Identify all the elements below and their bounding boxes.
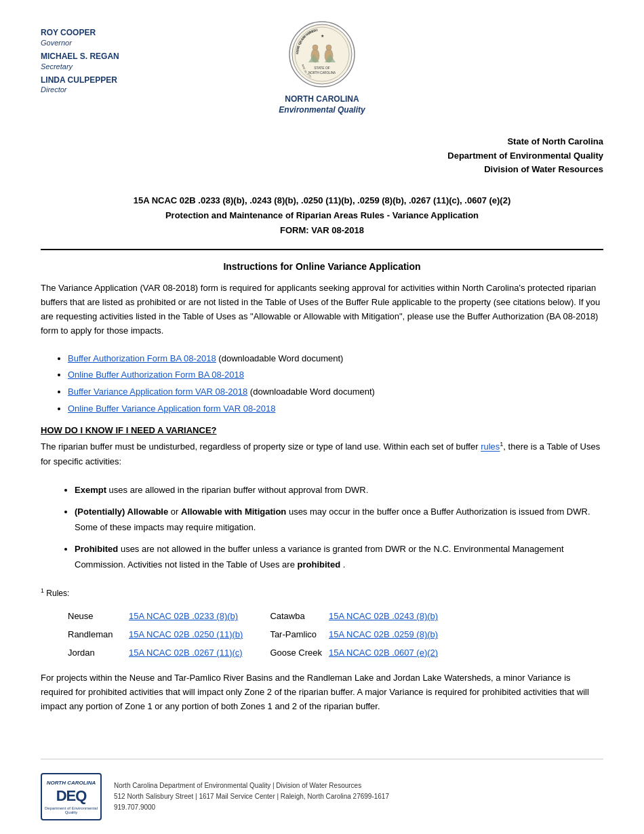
svg-point-8 — [313, 45, 318, 50]
list-item: Online Buffer Variance Application form … — [68, 401, 603, 418]
state-line3: Division of Water Resources — [41, 163, 603, 177]
rule-goosecreek: 15A NCAC 02B .0607 (e)(2) — [329, 644, 445, 662]
rules-link[interactable]: rules — [481, 442, 500, 452]
header-divider — [41, 249, 603, 250]
link-desc-1: (downloadable Word document) — [218, 353, 343, 363]
neuse-rule-link[interactable]: 15A NCAC 02B .0233 (8)(b) — [129, 611, 238, 621]
page-header: ROY COOPER Governor MICHAEL S. REGAN Sec… — [41, 20, 603, 115]
instructions-heading: Instructions for Online Variance Applica… — [41, 261, 603, 272]
rules-data-table: Neuse 15A NCAC 02B .0233 (8)(b) Catawba … — [68, 608, 445, 662]
list-item: Buffer Variance Application form VAR 08-… — [68, 384, 603, 401]
list-item: Buffer Authorization Form BA 08-2018 (do… — [68, 351, 603, 368]
basin-tarpamlico: Tar-Pamlico — [249, 626, 329, 644]
prohibited-label: Prohibited — [75, 544, 118, 554]
exempt-text: uses are allowed in the riparian buffer … — [109, 485, 369, 495]
deq-logo-text: DEQ — [42, 787, 100, 805]
rule-neuse: 15A NCAC 02B .0233 (8)(b) — [129, 608, 249, 626]
tarpamlico-rule-link[interactable]: 15A NCAC 02B .0259 (8)(b) — [329, 629, 438, 639]
exempt-bullet: Exempt uses are allowed in the riparian … — [75, 482, 603, 498]
online-buffer-variance-form-link[interactable]: Online Buffer Variance Application form … — [68, 403, 275, 414]
footnote-label: 1 Rules: — [41, 587, 603, 598]
table-row: Jordan 15A NCAC 02B .0267 (11)(c) Goose … — [68, 644, 445, 662]
list-item: Online Buffer Authorization Form BA 08-2… — [68, 367, 603, 384]
table-row: Randleman 15A NCAC 02B .0250 (11)(b) Tar… — [68, 626, 445, 644]
director-title: Director — [41, 85, 190, 94]
page-footer: NORTH CAROLINA DEQ Department of Environ… — [41, 759, 603, 820]
exempt-label: Exempt — [75, 485, 106, 495]
svg-text:STATE OF: STATE OF — [314, 66, 330, 70]
footer-phone: 919.707.9000 — [114, 802, 389, 813]
nc-dept-name: NORTH CAROLINA — [285, 94, 359, 105]
jordan-rule-link[interactable]: 15A NCAC 02B .0267 (11)(c) — [129, 648, 243, 658]
governor-name: ROY COOPER — [41, 27, 190, 39]
svg-point-9 — [326, 45, 331, 50]
secretary-title: Secretary — [41, 62, 190, 71]
intro-paragraph: The Variance Application (VAR 08-2018) f… — [41, 281, 603, 338]
variance-intro-paragraph: The riparian buffer must be undisturbed,… — [41, 439, 603, 469]
allowable-or: or — [171, 507, 181, 517]
nc-state-seal: ESSE QUAM VIDERI · ESSE QUAM VIDERI · MA… — [288, 20, 356, 88]
paragraph2: For projects within the Neuse and Tar-Pa… — [41, 671, 603, 713]
basin-goosecreek: Goose Creek — [249, 644, 329, 662]
table-row: Neuse 15A NCAC 02B .0233 (8)(b) Catawba … — [68, 608, 445, 626]
nc-dept-sub: Environmental Quality — [279, 105, 365, 115]
deq-logo: NORTH CAROLINA DEQ Department of Environ… — [41, 773, 102, 820]
links-list: Buffer Authorization Form BA 08-2018 (do… — [68, 351, 603, 418]
allowable-mitigation-label: Allowable with Mitigation — [181, 507, 286, 517]
uses-bullet-list: Exempt uses are allowed in the riparian … — [75, 482, 603, 578]
allowable-bullet: (Potentially) Allowable or Allowable wit… — [75, 504, 603, 536]
basin-jordan: Jordan — [68, 644, 129, 662]
rule-catawba: 15A NCAC 02B .0243 (8)(b) — [329, 608, 445, 626]
title-line1: 15A NCAC 02B .0233 (8)(b), .0243 (8)(b),… — [41, 193, 603, 208]
online-buffer-auth-form-link[interactable]: Online Buffer Authorization Form BA 08-2… — [68, 370, 244, 380]
governor-title: Governor — [41, 39, 190, 47]
prohibited-period: . — [343, 559, 346, 570]
rule-tarpamlico: 15A NCAC 02B .0259 (8)(b) — [329, 626, 445, 644]
svg-text:NORTH CAROLINA: NORTH CAROLINA — [308, 71, 336, 75]
form-title-block: 15A NCAC 02B .0233 (8)(b), .0243 (8)(b),… — [41, 193, 603, 238]
variance-section-heading: HOW DO I KNOW IF I NEED A VARIANCE? — [41, 425, 603, 435]
randleman-rule-link[interactable]: 15A NCAC 02B .0250 (11)(b) — [129, 629, 243, 639]
prohibited-bold2: prohibited — [298, 559, 341, 570]
goosecreek-rule-link[interactable]: 15A NCAC 02B .0607 (e)(2) — [329, 648, 438, 658]
basin-randleman: Randleman — [68, 626, 129, 644]
header-officials: ROY COOPER Governor MICHAEL S. REGAN Sec… — [41, 20, 190, 94]
secretary-name: MICHAEL S. REGAN — [41, 51, 190, 62]
svg-text:★: ★ — [321, 34, 324, 38]
basin-neuse: Neuse — [68, 608, 129, 626]
rule-jordan: 15A NCAC 02B .0267 (11)(c) — [129, 644, 249, 662]
rule-randleman: 15A NCAC 02B .0250 (11)(b) — [129, 626, 249, 644]
buffer-auth-form-link[interactable]: Buffer Authorization Form BA 08-2018 — [68, 353, 216, 363]
state-line2: Department of Environmental Quality — [41, 149, 603, 163]
buffer-variance-form-link[interactable]: Buffer Variance Application form VAR 08-… — [68, 386, 247, 397]
link-desc-3: (downloadable Word document) — [250, 386, 375, 397]
allowable-label: (Potentially) Allowable — [75, 507, 168, 517]
footer-address: 512 North Salisbury Street | 1617 Mail S… — [114, 791, 389, 802]
rules-table: Neuse 15A NCAC 02B .0233 (8)(b) Catawba … — [68, 608, 603, 662]
title-line3: FORM: VAR 08-2018 — [41, 223, 603, 238]
basin-catawba: Catawba — [249, 608, 329, 626]
catawba-rule-link[interactable]: 15A NCAC 02B .0243 (8)(b) — [329, 611, 438, 621]
header-seal-area: ESSE QUAM VIDERI · ESSE QUAM VIDERI · MA… — [190, 20, 454, 115]
prohibited-bullet: Prohibited uses are not allowed in the b… — [75, 541, 603, 573]
footer-text-block: North Carolina Department of Environment… — [114, 780, 389, 813]
title-line2: Protection and Maintenance of Riparian A… — [41, 208, 603, 223]
footer-org: North Carolina Department of Environment… — [114, 780, 389, 791]
director-name: LINDA CULPEPPER — [41, 75, 190, 86]
state-line1: State of North Carolina — [41, 135, 603, 149]
state-info-block: State of North Carolina Department of En… — [41, 135, 603, 177]
